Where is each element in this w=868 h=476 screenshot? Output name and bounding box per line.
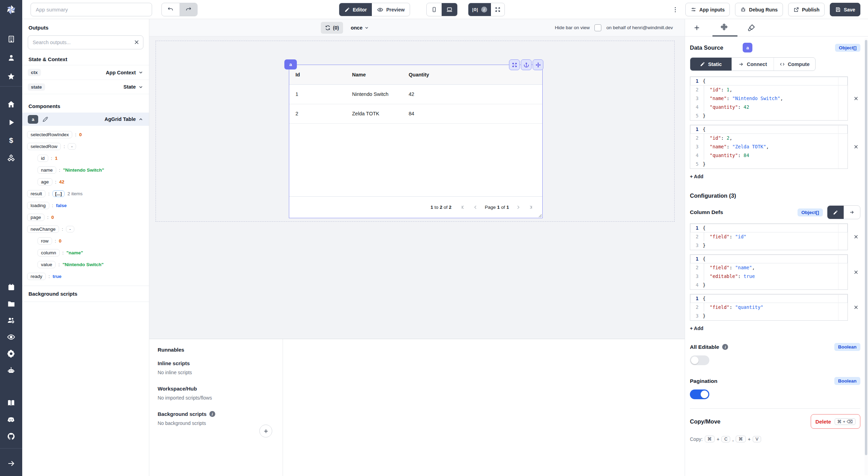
output-row-page[interactable]: page:0	[22, 211, 149, 223]
code-line[interactable]: 1{	[690, 77, 848, 85]
save-button[interactable]: Save	[830, 3, 860, 16]
add-background-script-button[interactable]	[259, 425, 272, 437]
boolean-badge[interactable]: Boolean	[834, 343, 860, 351]
bounds-toggle-button[interactable]: |0| i	[468, 3, 491, 16]
insert-component-tab-icon[interactable]	[693, 24, 701, 32]
debug-runs-button[interactable]: Debug Runs	[735, 3, 783, 16]
column-header-id[interactable]: Id	[289, 65, 346, 84]
last-page-icon[interactable]	[527, 204, 533, 210]
table-cell[interactable]: Zelda TOTK	[346, 104, 402, 123]
discord-icon[interactable]	[0, 413, 22, 427]
json-editor[interactable]: 1{2"field": "quantity"3}	[690, 294, 848, 321]
code-line[interactable]: 3"name": "Zelda TOTK",	[690, 142, 848, 151]
runs-play-icon[interactable]	[0, 115, 22, 129]
output-row-value[interactable]: value:"Nintendo Switch"	[22, 258, 149, 270]
compute-tab[interactable]: Compute	[774, 58, 815, 71]
output-row-ready[interactable]: ready:true	[22, 270, 149, 282]
remove-item-icon[interactable]	[851, 304, 860, 310]
redo-button[interactable]	[180, 3, 197, 16]
ctx-row[interactable]: ctx App Context	[22, 65, 149, 80]
table-cell[interactable]: 42	[402, 84, 542, 104]
table-cell[interactable]: 2	[289, 104, 346, 123]
code-line[interactable]: 4"quantity": 84	[690, 151, 848, 160]
docs-book-icon[interactable]	[0, 396, 22, 410]
output-row-newChange[interactable]: newChange:-	[22, 223, 149, 235]
type-badge[interactable]: Object[]	[835, 44, 860, 52]
audit-eye-icon[interactable]	[0, 330, 22, 344]
code-line[interactable]: 2"field": "id"	[690, 232, 848, 241]
mobile-view-button[interactable]	[427, 3, 442, 16]
output-row-loading[interactable]: loading:false	[22, 199, 149, 211]
output-row-column[interactable]: column:"name"	[22, 247, 149, 258]
github-icon[interactable]	[0, 429, 22, 443]
delete-component-button[interactable]: Delete ⌘ + ⌫	[811, 414, 860, 429]
refresh-count-button[interactable]: (0)	[321, 22, 343, 34]
static-tab[interactable]: Static	[690, 58, 732, 71]
code-line[interactable]: 3"editable": true	[690, 272, 848, 281]
schedules-calendar-icon[interactable]	[0, 280, 22, 294]
json-editor[interactable]: 1{2"field": "id"3}	[690, 223, 848, 250]
ai-robot-icon[interactable]	[0, 363, 22, 377]
code-line[interactable]: 3}	[690, 241, 848, 250]
code-line[interactable]: 3}	[690, 312, 848, 320]
all-editable-toggle[interactable]	[690, 355, 709, 365]
remove-item-icon[interactable]	[851, 269, 860, 275]
more-menu-icon[interactable]	[670, 6, 680, 13]
expand-component-button[interactable]	[509, 59, 520, 70]
static-edit-button[interactable]	[827, 206, 844, 219]
scrollbar-track[interactable]	[865, 38, 868, 475]
add-column-def-button[interactable]: + Add	[690, 326, 703, 331]
output-row-id[interactable]: id:1	[22, 152, 149, 164]
type-badge[interactable]: Object[]	[798, 208, 823, 216]
first-page-icon[interactable]	[460, 204, 466, 210]
code-line[interactable]: 4}	[690, 281, 848, 289]
column-header-name[interactable]: Name	[346, 65, 402, 84]
output-row-age[interactable]: age:42	[22, 176, 149, 188]
styling-brush-tab-icon[interactable]	[748, 24, 755, 32]
connect-tab[interactable]: Connect	[732, 58, 773, 71]
next-page-icon[interactable]	[515, 204, 521, 210]
code-line[interactable]: 5}	[690, 160, 848, 169]
table-row[interactable]: 1Nintendo Switch42	[289, 84, 542, 104]
editor-tab[interactable]: Editor	[339, 3, 372, 16]
output-row-name[interactable]: name:"Nintendo Switch"	[22, 164, 149, 176]
prev-page-icon[interactable]	[473, 204, 478, 210]
clear-search-icon[interactable]	[133, 39, 140, 46]
output-row-selectedRowIndex[interactable]: selectedRowIndex:0	[22, 129, 149, 140]
app-inputs-button[interactable]: App inputs	[685, 3, 730, 16]
anchor-component-button[interactable]	[521, 59, 532, 70]
code-line[interactable]: 3"name": "Nintendo Switch",	[690, 94, 848, 103]
fullscreen-button[interactable]	[491, 3, 504, 16]
favorites-star-icon[interactable]	[0, 69, 22, 83]
table-cell[interactable]: 84	[402, 104, 542, 123]
output-row-row[interactable]: row:0	[22, 235, 149, 247]
code-line[interactable]: 2"field": "name",	[690, 263, 848, 272]
output-row-selectedRow[interactable]: selectedRow:-	[22, 140, 149, 152]
json-editor[interactable]: 1{2"id": 2,3"name": "Zelda TOTK",4"quant…	[690, 125, 848, 169]
code-line[interactable]: 2"id": 1,	[690, 85, 848, 94]
settings-gear-icon[interactable]	[0, 347, 22, 361]
boolean-badge[interactable]: Boolean	[834, 377, 860, 385]
variables-dollar-icon[interactable]: $	[0, 133, 22, 147]
move-component-button[interactable]	[533, 59, 543, 70]
pagination-toggle[interactable]	[690, 389, 709, 399]
code-line[interactable]: 1{	[690, 125, 848, 134]
add-data-source-item-button[interactable]: + Add	[690, 174, 703, 179]
folders-icon[interactable]	[0, 297, 22, 311]
code-line[interactable]: 2"field": "quantity"	[690, 303, 848, 312]
component-id-tag[interactable]: a	[284, 59, 297, 69]
schedule-dropdown[interactable]: once	[351, 25, 369, 31]
remove-item-icon[interactable]	[851, 234, 860, 240]
resize-handle[interactable]	[539, 214, 542, 218]
json-editor[interactable]: 1{2"field": "name",3"editable": true4}	[690, 254, 848, 290]
remove-item-icon[interactable]	[851, 144, 860, 150]
hide-bar-checkbox[interactable]	[594, 24, 601, 31]
connect-edit-button[interactable]	[844, 206, 860, 219]
workers-groups-icon[interactable]	[0, 313, 22, 327]
state-row[interactable]: state State	[22, 80, 149, 94]
code-line[interactable]: 1{	[690, 224, 848, 232]
undo-button[interactable]	[162, 3, 180, 16]
component-aggrid-row[interactable]: a AgGrid Table	[22, 113, 149, 126]
code-line[interactable]: 1{	[690, 294, 848, 303]
search-outputs-input[interactable]	[28, 35, 143, 49]
